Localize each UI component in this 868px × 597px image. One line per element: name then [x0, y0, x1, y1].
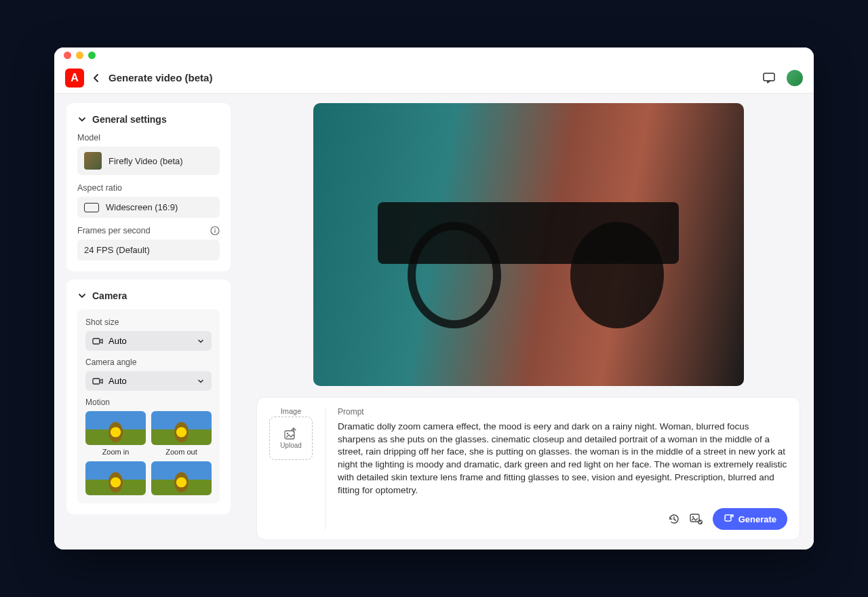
app-window: A Generate video (beta) General settings…: [54, 47, 814, 550]
main-content: Image Upload Prompt Dramatic dolly zoom …: [243, 94, 814, 550]
camera-angle-value: Auto: [108, 376, 127, 386]
history-button[interactable]: [668, 513, 680, 525]
svg-rect-0: [764, 73, 774, 81]
header: A Generate video (beta): [54, 62, 814, 94]
prompt-actions: Generate: [338, 508, 787, 530]
motion-item-label: Zoom in: [85, 448, 146, 456]
svg-point-7: [287, 433, 289, 435]
camera-icon: [92, 377, 103, 386]
motion-thumbnail: [85, 411, 146, 445]
svg-point-2: [214, 229, 216, 230]
motion-label: Motion: [85, 398, 212, 407]
svg-point-9: [692, 516, 693, 518]
model-label: Model: [77, 133, 220, 142]
fps-label: Frames per second: [77, 226, 220, 235]
general-settings-title: General settings: [92, 114, 167, 125]
shot-size-value: Auto: [108, 336, 127, 346]
back-button[interactable]: [91, 73, 102, 83]
prompt-label: Prompt: [338, 407, 787, 417]
video-preview[interactable]: [313, 103, 744, 386]
camera-icon: [92, 336, 103, 346]
motion-thumbnail: [151, 461, 212, 495]
generate-button[interactable]: Generate: [713, 508, 787, 530]
model-selector[interactable]: Firefly Video (beta): [77, 147, 220, 175]
info-icon[interactable]: [210, 226, 220, 235]
motion-item-zoom-in[interactable]: Zoom in: [85, 411, 146, 456]
aspect-ratio-icon: [84, 203, 99, 212]
prompt-column: Prompt Dramatic dolly zoom camera effect…: [325, 407, 787, 530]
chevron-down-icon: [77, 291, 87, 301]
fps-value: 24 FPS (Default): [84, 245, 150, 255]
motion-item[interactable]: [85, 461, 146, 495]
general-settings-toggle[interactable]: General settings: [77, 114, 220, 125]
model-thumbnail: [84, 152, 102, 170]
shot-size-dropdown[interactable]: Auto: [85, 331, 212, 351]
fps-selector[interactable]: 24 FPS (Default): [77, 239, 220, 261]
motion-item-label: Zoom out: [151, 448, 212, 456]
user-avatar[interactable]: [787, 70, 803, 86]
general-settings-panel: General settings Model Firefly Video (be…: [66, 103, 231, 271]
sidebar: General settings Model Firefly Video (be…: [54, 94, 243, 550]
image-settings-button[interactable]: [690, 513, 703, 525]
shot-size-label: Shot size: [85, 317, 212, 327]
svg-rect-5: [93, 379, 100, 384]
chevron-down-icon: [77, 115, 87, 124]
image-upload-area[interactable]: Upload: [269, 417, 313, 460]
page-title: Generate video (beta): [108, 72, 212, 83]
motion-item-zoom-out[interactable]: Zoom out: [151, 411, 212, 456]
motion-grid: Zoom in Zoom out: [85, 411, 212, 495]
prompt-section: Image Upload Prompt Dramatic dolly zoom …: [256, 397, 800, 540]
upload-icon: [283, 427, 298, 440]
motion-thumbnail: [85, 461, 146, 495]
close-window-button[interactable]: [64, 52, 71, 59]
aspect-ratio-value: Widescreen (16:9): [106, 202, 178, 212]
comment-button[interactable]: [762, 71, 776, 85]
svg-rect-8: [690, 514, 699, 522]
aspect-ratio-selector[interactable]: Widescreen (16:9): [77, 197, 220, 218]
camera-title: Camera: [92, 290, 127, 301]
svg-rect-3: [214, 230, 215, 233]
camera-angle-label: Camera angle: [85, 358, 212, 367]
chevron-left-icon: [91, 73, 102, 83]
maximize-window-button[interactable]: [88, 52, 96, 59]
model-value: Firefly Video (beta): [108, 156, 183, 166]
image-check-icon: [690, 513, 703, 525]
history-icon: [668, 513, 680, 525]
comment-icon: [762, 71, 776, 85]
prompt-textarea[interactable]: Dramatic dolly zoom camera effect, the m…: [338, 421, 787, 497]
aspect-ratio-label: Aspect ratio: [77, 183, 220, 193]
image-upload-label: Image: [281, 407, 302, 415]
app-logo: A: [65, 69, 84, 88]
generate-icon: [724, 514, 734, 524]
camera-toggle[interactable]: Camera: [77, 290, 220, 301]
svg-rect-4: [93, 339, 100, 344]
camera-panel: Camera Shot size Auto Camera angle Auto: [66, 280, 231, 514]
camera-angle-dropdown[interactable]: Auto: [85, 371, 212, 391]
chevron-down-icon: [197, 337, 205, 345]
generate-label: Generate: [738, 514, 776, 524]
image-upload-box: Image Upload: [269, 407, 313, 530]
minimize-window-button[interactable]: [76, 52, 83, 59]
titlebar: [54, 47, 814, 62]
camera-subpanel: Shot size Auto Camera angle Auto Motion: [77, 309, 220, 503]
upload-text: Upload: [280, 442, 302, 449]
chevron-down-icon: [197, 377, 205, 385]
motion-thumbnail: [151, 411, 212, 445]
motion-item[interactable]: [151, 461, 212, 495]
